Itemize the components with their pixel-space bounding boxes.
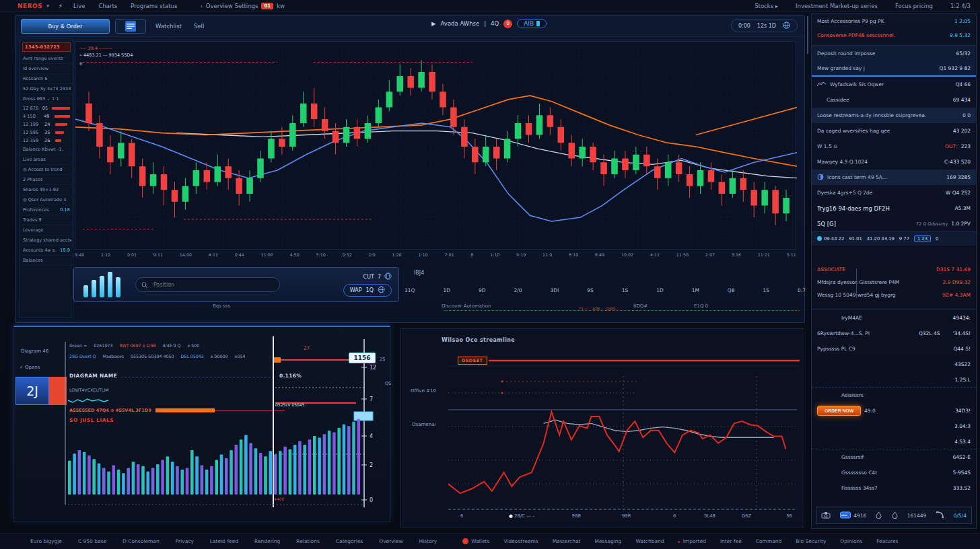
status-bar-item[interactable]: Overview xyxy=(379,538,403,544)
top-menu-right-item[interactable]: Stocks ▸ xyxy=(755,3,778,9)
candlestick-chart[interactable]: ·––· 29.4 –––––– ⌁ 4483.21 –– 9934 SSD4 … xyxy=(75,41,796,250)
wap-button[interactable]: WAP1Q xyxy=(343,284,392,297)
drop-icon-button[interactable] xyxy=(876,511,882,520)
timeframe-button[interactable]: 1D xyxy=(443,287,450,293)
toolbar-sub-label[interactable]: Discover Automation xyxy=(442,303,491,309)
status-bar-item[interactable]: Relations xyxy=(296,538,319,544)
market-list-row[interactable]: Deposit round imposse65/32 xyxy=(812,46,976,61)
top-menu-right-item[interactable]: Focus pricing xyxy=(895,3,933,9)
stat-pill[interactable]: 9 77 xyxy=(899,236,909,242)
status-bar-item[interactable]: Videostreams xyxy=(503,538,538,544)
top-menu-item[interactable]: Live xyxy=(73,3,85,9)
timeframe-button[interactable]: 3DI xyxy=(550,287,559,293)
drop-icon-button[interactable] xyxy=(892,511,898,520)
status-bar-item[interactable]: Rendering xyxy=(254,538,280,544)
eq-bar xyxy=(100,276,104,297)
status-bar-item[interactable]: Bio Security xyxy=(796,538,826,544)
toolbar-sub-label[interactable]: E1Q 0 xyxy=(694,303,708,309)
market-list-row[interactable]: Mew granded say jQ1 932 9 82 xyxy=(812,61,976,77)
toolbar-sub-label[interactable]: Bqs sss xyxy=(213,303,230,309)
status-bar-item[interactable]: Watchband xyxy=(635,538,664,544)
top-menu-right-item[interactable]: 1:2 4/3 xyxy=(950,3,971,9)
market-list-row[interactable]: Cassidee69 434 xyxy=(812,92,976,108)
status-bar-item[interactable]: Inter fee xyxy=(720,538,742,544)
watchlist-link[interactable]: Watchlist xyxy=(155,23,182,30)
order-now-button[interactable]: ORDER NOW xyxy=(817,406,861,416)
timeframe-button[interactable]: 1S xyxy=(622,287,629,293)
market-list-row[interactable]: Dyeska 4grs+5 Q 2deW Q4 2S2 xyxy=(812,185,976,200)
row-label: Gssssrsif xyxy=(841,454,949,460)
status-bar-item[interactable]: Latest feed xyxy=(210,538,238,544)
status-bar-item[interactable]: Euro bigygje xyxy=(30,538,62,544)
app-logo[interactable]: NEROS xyxy=(18,3,42,9)
book-depth-bar xyxy=(55,131,64,134)
market-list-row[interactable]: Loose restreams-a dy innssble ssiprgreve… xyxy=(812,108,976,123)
globe-icon xyxy=(384,272,392,281)
market-list-row[interactable]: Tryg16 94-daes mg DF2HA5.3M xyxy=(812,200,976,216)
stat-pill[interactable]: 41.20 43.19 xyxy=(867,236,895,242)
market-list-row[interactable]: Icons cast term 49 5A...169 3285 xyxy=(812,170,976,185)
symbol-selector[interactable]: ▶ Avada AWhse | 4Q 0 AIB xyxy=(431,19,547,28)
timeframe-button[interactable]: 11Q xyxy=(405,287,415,293)
status-bar-item[interactable]: History xyxy=(419,538,438,544)
status-bar-item[interactable]: Features xyxy=(876,538,898,544)
top-menu-right-item[interactable]: Investment Market-up series xyxy=(796,3,878,9)
sell-marker-box[interactable] xyxy=(49,377,67,405)
market-list-row[interactable]: Da caged wversifies hag qee43 202 xyxy=(812,123,976,139)
session-clock-pill[interactable]: 0:00 12s 1D xyxy=(731,19,798,32)
status-bar-item[interactable]: Masterchat xyxy=(553,538,581,544)
status-bar-item[interactable]: Categories xyxy=(336,538,363,544)
stat-pill[interactable]: 91.01 xyxy=(849,236,862,242)
timeframe-button[interactable]: Q8 xyxy=(728,287,735,293)
status-bar-item[interactable]: C 950 base xyxy=(78,538,106,544)
timeframe-button[interactable]: 1S xyxy=(763,287,770,293)
status-bar-item[interactable]: Opinions xyxy=(840,538,862,544)
market-list-row[interactable]: 5Q [G]72 Q Odsssrny1.0 2PV xyxy=(812,216,976,231)
top-menu-item[interactable]: Programs status xyxy=(131,3,177,9)
exchange-label: IBJ4 xyxy=(414,270,424,276)
legend-token: x 90009 xyxy=(211,354,228,359)
legend-token: Madbases xyxy=(102,354,124,359)
overview-settings-item[interactable]: ‹ Overview Settings 01 kw xyxy=(200,3,285,9)
stat-pill[interactable]: 0 xyxy=(936,236,938,242)
status-bar-item[interactable]: Privacy xyxy=(176,538,194,544)
buy-order-button[interactable]: Buy & Order xyxy=(21,19,110,34)
status-bar-item[interactable]: D Consoleman xyxy=(123,538,160,544)
search-input[interactable] xyxy=(152,281,274,289)
quantity-box[interactable]: 2J xyxy=(15,377,49,405)
timeframe-button[interactable]: 1M xyxy=(692,287,699,293)
top-menu-item[interactable]: Charts xyxy=(98,3,117,9)
opens-label[interactable]: ✓ Opens xyxy=(20,365,40,370)
sidebar-row-label: Trades 9 xyxy=(23,217,42,223)
card-icon-button[interactable]: 4916 xyxy=(840,511,866,520)
timeframe-button[interactable]: 9S xyxy=(587,287,594,293)
chart-toolbar: CUT7 WAP1Q xyxy=(73,267,399,302)
timeframe-button[interactable]: 2/0 xyxy=(514,287,522,293)
value-label[interactable]: 0/5/4 xyxy=(954,513,967,519)
book-depth-bar xyxy=(55,139,61,142)
toolbar-sub-label[interactable]: 8DQ# xyxy=(633,303,648,309)
status-bar-item[interactable]: Messaging xyxy=(595,538,622,544)
status-bar-item[interactable]: Wallets xyxy=(462,538,489,544)
status-bar-item[interactable]: ▸Imported xyxy=(678,538,706,544)
stat-pill[interactable]: 1.23 xyxy=(914,235,931,242)
cut-button[interactable]: CUT7 xyxy=(363,272,392,281)
status-bar-item[interactable]: Command xyxy=(756,538,782,544)
market-list-row[interactable]: Mawqey 4.9 Q 1024C-433 S20 xyxy=(812,154,976,170)
timeframe-button[interactable]: 1D xyxy=(656,287,664,293)
sell-link[interactable]: Sell xyxy=(194,23,204,30)
value-label[interactable]: 161449 xyxy=(907,513,927,519)
market-list-row[interactable]: W 1.5 ⊙ OU7:223 xyxy=(812,139,976,154)
stat-pill[interactable]: 09.44 22 xyxy=(817,236,844,242)
assessed-row: ASSESSED 47Q4 ⊙ 4SSV4L 3F1D9 xyxy=(69,408,285,413)
phone-icon-button[interactable] xyxy=(936,511,944,520)
summary-row[interactable]: ORDER NOW49:034D3! xyxy=(812,403,976,418)
camera-icon-button[interactable] xyxy=(821,511,831,520)
market-list-row[interactable]: Wyfadswik Sis OqwerQ4 66 xyxy=(812,77,976,92)
timeframe-button[interactable]: 0.7 xyxy=(798,287,806,293)
search-box[interactable] xyxy=(135,277,280,292)
aib-pill[interactable]: AIB xyxy=(517,19,547,28)
timeframe-button[interactable]: 9D xyxy=(479,287,486,293)
tools-icon[interactable]: ⚡ xyxy=(59,3,63,9)
layout-list-button[interactable] xyxy=(115,19,146,34)
